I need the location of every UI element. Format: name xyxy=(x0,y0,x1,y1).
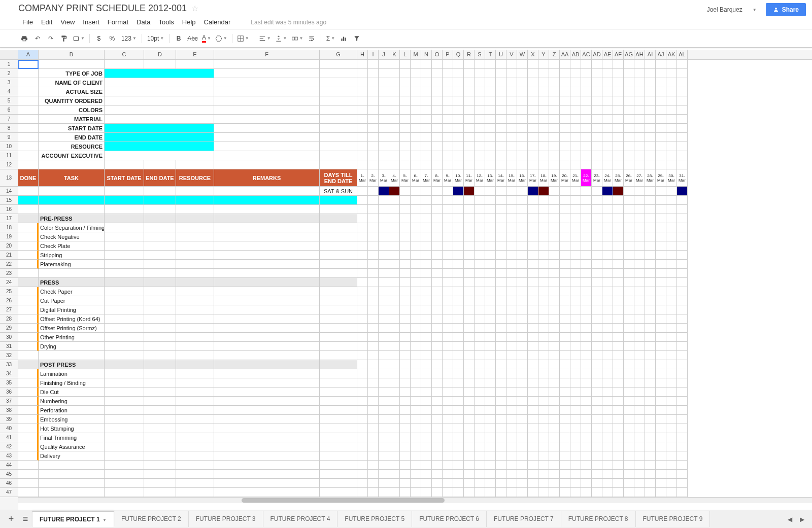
date-header[interactable]: 20-Mar xyxy=(560,169,570,187)
calendar-cell[interactable] xyxy=(443,187,453,196)
col-header-W[interactable]: W xyxy=(517,50,528,59)
col-header-AD[interactable]: AD xyxy=(592,50,602,59)
tab-scroll-right[interactable]: ▶ xyxy=(796,513,808,525)
calendar-cell[interactable] xyxy=(677,187,688,196)
cloud-icon[interactable]: ▼ xyxy=(71,32,86,45)
sheet-tab[interactable]: FUTURE PROJECT 9 xyxy=(635,511,710,527)
row-header[interactable]: 3 xyxy=(0,78,18,87)
row-header[interactable]: 27 xyxy=(0,305,18,314)
font-size-button[interactable]: 10pt▼ xyxy=(145,32,166,45)
task-name[interactable]: Perforation xyxy=(39,406,105,415)
col-header-U[interactable]: U xyxy=(496,50,506,59)
date-header[interactable]: 5-Mar xyxy=(400,169,411,187)
sat-sun-label[interactable]: SAT & SUN xyxy=(320,187,357,196)
row-header[interactable]: 43 xyxy=(0,451,18,461)
date-header[interactable]: 1-Mar xyxy=(357,169,368,187)
task-name[interactable]: Digital Printing xyxy=(39,305,105,314)
job-field-value[interactable] xyxy=(105,78,214,87)
doc-title[interactable]: COMPANY PRINT SCHEDULE 2012-001 xyxy=(18,3,187,14)
task-name[interactable]: Platemaking xyxy=(39,260,105,269)
row-header[interactable]: 39 xyxy=(0,415,18,424)
row-header[interactable]: 8 xyxy=(0,124,18,133)
row-header[interactable]: 1 xyxy=(0,60,18,69)
col-header-AA[interactable]: AA xyxy=(560,50,570,59)
job-field-label[interactable]: END DATE xyxy=(39,133,105,142)
task-name[interactable]: Numbering xyxy=(39,397,105,406)
section-header[interactable]: PRE-PRESS xyxy=(39,214,105,223)
date-header[interactable]: 24-Mar xyxy=(602,169,613,187)
row-header[interactable]: 12 xyxy=(0,160,18,169)
job-field-label[interactable]: START DATE xyxy=(39,124,105,133)
merge-button[interactable]: ▼ xyxy=(290,32,305,45)
row-header[interactable]: 17 xyxy=(0,214,18,223)
calendar-cell[interactable] xyxy=(538,187,549,196)
menu-file[interactable]: File xyxy=(18,17,37,27)
print-icon[interactable] xyxy=(18,32,30,45)
calendar-cell[interactable] xyxy=(464,187,475,196)
calendar-cell[interactable] xyxy=(421,187,432,196)
bold-button[interactable]: B xyxy=(173,32,185,45)
job-field-label[interactable]: ACTUAL SIZE xyxy=(39,87,105,96)
col-header-E[interactable]: E xyxy=(176,50,214,59)
date-header[interactable]: 17-Mar xyxy=(528,169,538,187)
col-header-F[interactable]: F xyxy=(214,50,320,59)
job-field-label[interactable]: RESOURCE xyxy=(39,142,105,151)
calendar-cell[interactable] xyxy=(581,187,592,196)
calendar-cell[interactable] xyxy=(432,187,443,196)
date-header[interactable]: 31-Mar xyxy=(677,169,688,187)
row-header[interactable]: 22 xyxy=(0,260,18,269)
row-header[interactable]: 34 xyxy=(0,369,18,378)
calendar-cell[interactable] xyxy=(613,187,624,196)
col-header-AJ[interactable]: AJ xyxy=(656,50,666,59)
menu-calendar[interactable]: Calendar xyxy=(200,17,235,27)
row-header[interactable]: 7 xyxy=(0,115,18,124)
share-button[interactable]: Share xyxy=(766,3,806,16)
select-all-corner[interactable] xyxy=(0,50,18,59)
col-header-AK[interactable]: AK xyxy=(666,50,677,59)
task-name[interactable]: Hot Stamping xyxy=(39,424,105,433)
col-header-AF[interactable]: AF xyxy=(613,50,624,59)
task-name[interactable]: Drying xyxy=(39,342,105,351)
currency-button[interactable]: $ xyxy=(93,32,105,45)
task-name[interactable]: Die Cut xyxy=(39,388,105,397)
date-header[interactable]: 25-Mar xyxy=(613,169,624,187)
col-header-K[interactable]: K xyxy=(389,50,400,59)
sheet-tab[interactable]: FUTURE PROJECT 1 ▼ xyxy=(32,511,114,527)
task-name[interactable]: Color Separation / Filming xyxy=(39,223,105,232)
calendar-cell[interactable] xyxy=(570,187,581,196)
row-header[interactable]: 45 xyxy=(0,470,18,479)
col-header-T[interactable]: T xyxy=(485,50,496,59)
row-header[interactable]: 2 xyxy=(0,69,18,78)
task-name[interactable]: Final Trimming xyxy=(39,433,105,442)
date-header[interactable]: 30-Mar xyxy=(666,169,677,187)
row-header[interactable]: 37 xyxy=(0,397,18,406)
sigma-button[interactable]: Σ▼ xyxy=(324,32,336,45)
row-header[interactable]: 46 xyxy=(0,479,18,488)
menu-help[interactable]: Help xyxy=(178,17,200,27)
col-header-C[interactable]: C xyxy=(105,50,144,59)
date-header[interactable]: 29-Mar xyxy=(656,169,666,187)
menu-view[interactable]: View xyxy=(56,17,79,27)
col-header-AC[interactable]: AC xyxy=(581,50,592,59)
number-format-button[interactable]: 123▼ xyxy=(119,32,139,45)
task-name[interactable]: Lamination xyxy=(39,369,105,378)
date-header[interactable]: 3-Mar xyxy=(379,169,389,187)
wrap-button[interactable] xyxy=(306,32,318,45)
text-color-button[interactable]: A▼ xyxy=(200,32,213,45)
date-header[interactable]: 12-Mar xyxy=(475,169,485,187)
job-field-value[interactable] xyxy=(105,87,214,96)
row-header[interactable]: 32 xyxy=(0,351,18,360)
date-header[interactable]: 16-Mar xyxy=(517,169,528,187)
percent-button[interactable]: % xyxy=(106,32,118,45)
calendar-cell[interactable] xyxy=(368,187,379,196)
row-header[interactable]: 20 xyxy=(0,241,18,251)
calendar-cell[interactable] xyxy=(666,187,677,196)
section-header[interactable]: PRESS xyxy=(39,278,105,287)
calendar-cell[interactable] xyxy=(560,187,570,196)
col-header-R[interactable]: R xyxy=(464,50,475,59)
row-header[interactable]: 15 xyxy=(0,196,18,205)
task-name[interactable]: Offset Printing (Sormz) xyxy=(39,324,105,333)
col-header-N[interactable]: N xyxy=(421,50,432,59)
menu-format[interactable]: Format xyxy=(104,17,132,27)
active-cell[interactable] xyxy=(18,60,39,69)
